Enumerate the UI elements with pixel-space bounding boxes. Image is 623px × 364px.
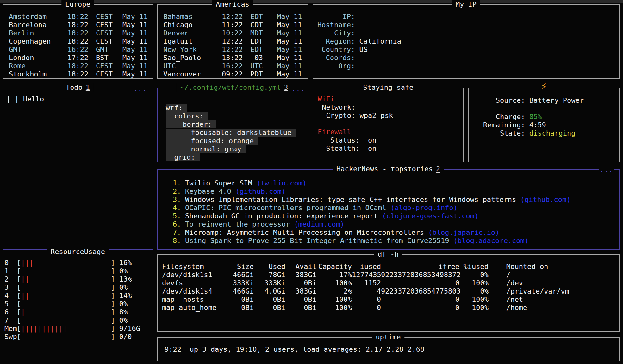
- ip-field-row: Region: California: [317, 37, 619, 46]
- df-cell: 0Bi: [285, 295, 316, 304]
- df-cell: Avail: [285, 263, 316, 271]
- city-time: 18:22: [67, 21, 96, 29]
- todo-overflow-indicator: ...: [132, 84, 148, 93]
- story-domain-link[interactable]: (blog.adacore.com): [453, 237, 529, 245]
- ip-field-label: City:: [317, 29, 359, 37]
- df-cell: 0: [381, 304, 459, 312]
- city-time: 17:22: [67, 54, 96, 62]
- df-cell: 0Bi: [218, 304, 254, 312]
- todo-hotkey: 1: [86, 83, 90, 91]
- meter-close-bracket: ]: [111, 283, 115, 292]
- df-cell: 0%: [459, 287, 489, 295]
- story-domain-link[interactable]: (github.com): [520, 196, 571, 203]
- df-cell: Capacity: [316, 263, 352, 271]
- meter-row: 0[|||] 16%: [4, 259, 153, 267]
- battery-line-label: Remaining:: [483, 121, 529, 129]
- df-cell: /: [489, 271, 619, 279]
- config-line-text: focused: orange: [166, 137, 258, 145]
- story-title: To reinvent the processor: [185, 220, 294, 228]
- clock-row: Chicago11:22CDTMay 11: [163, 21, 308, 29]
- security-status: WiFi Network: Crypto: wpa2-pskFirewall S…: [313, 88, 463, 153]
- clock-row: New_York12:22EDTMay 11: [163, 46, 308, 54]
- config-line-text: colors:: [166, 112, 208, 120]
- todo-item[interactable]: | | Hello: [6, 95, 153, 103]
- hackernews-story[interactable]: 3.Windows Implementation Libraries: type…: [173, 196, 619, 204]
- df-cell: map auto_home: [162, 304, 218, 312]
- meter-value: 0%: [115, 300, 128, 308]
- city-timezone: BST: [96, 54, 122, 62]
- europe-clock-list: Amsterdam18:22CESTMay 11Barcelona18:22CE…: [3, 5, 153, 78]
- city-name: Vancouver: [163, 70, 222, 78]
- df-cell: /dev/disk1s1: [162, 271, 218, 279]
- hackernews-story[interactable]: 6.To reinvent the processor (medium.com): [173, 220, 619, 228]
- df-header-row: FilesystemSizeUsedAvailCapacityiusedifre…: [162, 263, 619, 271]
- hackernews-story[interactable]: 4.OCaPIC: PIC microcontrollers programme…: [173, 204, 619, 212]
- story-domain-link[interactable]: (github.com): [235, 187, 286, 195]
- hackernews-story[interactable]: 5.Shenandoah GC in production: experienc…: [173, 212, 619, 220]
- df-data-row: map auto_home0Bi0Bi0Bi100%00100%/home: [162, 304, 619, 312]
- city-timezone: CEST: [96, 29, 122, 37]
- meter-close-bracket: ]: [111, 300, 115, 308]
- df-cell: 100%: [459, 295, 489, 304]
- city-name: Berlin: [9, 29, 67, 37]
- battery-line: Remaining: 4:59: [483, 121, 619, 129]
- story-title: Shenandoah GC in production: experience …: [185, 212, 382, 220]
- df-cell: devfs: [162, 279, 218, 287]
- df-cell: iused: [352, 263, 381, 271]
- meter-bar-fill: |||: [21, 259, 111, 267]
- city-time: 11:22: [222, 21, 250, 29]
- meter-bar-fill: |||||||||||: [21, 325, 111, 333]
- story-domain-link[interactable]: (algo-prog.info): [390, 204, 458, 212]
- df-cell: 100%: [316, 295, 352, 304]
- df-cell: /dev: [489, 279, 619, 287]
- hackernews-story[interactable]: 8.Using Spark to Prove 255-Bit Integer A…: [173, 237, 619, 245]
- meter-label: 2: [4, 275, 17, 283]
- city-timezone: EDT: [250, 37, 277, 46]
- df-cell: 466Gi: [218, 287, 254, 295]
- security-line: WiFi: [318, 95, 463, 103]
- battery-line-value: 4:59: [529, 121, 546, 129]
- config-line: grid:: [166, 153, 311, 161]
- df-cell: 4: [352, 287, 381, 295]
- hackernews-story[interactable]: 2.Keybase 4.0 (github.com): [173, 187, 619, 196]
- city-name: Rome: [9, 62, 67, 70]
- story-rank: 4.: [173, 204, 181, 212]
- story-domain-link[interactable]: (blog.japaric.io): [428, 228, 499, 236]
- city-name: Denver: [163, 29, 222, 37]
- meter-label: 4: [4, 292, 17, 300]
- battery-line: Source: Battery Power: [483, 96, 619, 105]
- hackernews-story-list: 1.Twilio Super SIM (twilio.com)2.Keybase…: [158, 170, 619, 245]
- df-cell: 383Gi: [285, 271, 316, 279]
- meter-close-bracket: ]: [111, 333, 115, 341]
- df-cell: %iused: [459, 263, 489, 271]
- meter-close-bracket: ]: [111, 259, 115, 267]
- meter-open-bracket: [: [17, 333, 21, 341]
- meter-row: 2[||] 13%: [4, 275, 153, 283]
- panel-uptime: uptime 9:22 up 3 days, 19:10, 2 users, l…: [157, 337, 620, 361]
- story-domain-link[interactable]: (clojure-goes-fast.com): [382, 212, 479, 220]
- meter-close-bracket: ]: [111, 292, 115, 300]
- story-rank: 7.: [173, 228, 181, 237]
- meter-bar-fill: [21, 333, 111, 341]
- df-cell: 0: [352, 295, 381, 304]
- df-cell: /net: [489, 295, 619, 304]
- city-timezone: MDT: [250, 29, 277, 37]
- config-line: normal: gray: [166, 145, 311, 153]
- story-domain-link[interactable]: (twilio.com): [256, 179, 307, 187]
- city-date: May 11: [277, 29, 302, 37]
- config-line-text: grid:: [166, 153, 200, 161]
- hackernews-story[interactable]: 7.Microamp: Asymmetric Multi-Processing …: [173, 228, 619, 237]
- city-date: May 11: [122, 13, 147, 21]
- meter-value: 16%: [115, 259, 132, 267]
- city-date: May 11: [277, 70, 302, 78]
- panel-europe-title: Europe: [61, 0, 94, 9]
- city-date: May 11: [277, 13, 302, 21]
- story-domain-link[interactable]: (medium.com): [294, 220, 344, 228]
- meter-row: 4[||] 14%: [4, 292, 153, 300]
- meter-label: 6: [4, 308, 17, 316]
- battery-line-value: 85%: [529, 113, 542, 121]
- clock-row: Bahamas12:22EDTMay 11: [163, 13, 308, 21]
- security-line: Stealth: on: [318, 144, 463, 153]
- cpu-memory-meters: 0[|||] 16%1[] 0%2[||] 13%3[] 0%4[||] 14%…: [3, 252, 153, 341]
- hackernews-story[interactable]: 1.Twilio Super SIM (twilio.com): [173, 179, 619, 187]
